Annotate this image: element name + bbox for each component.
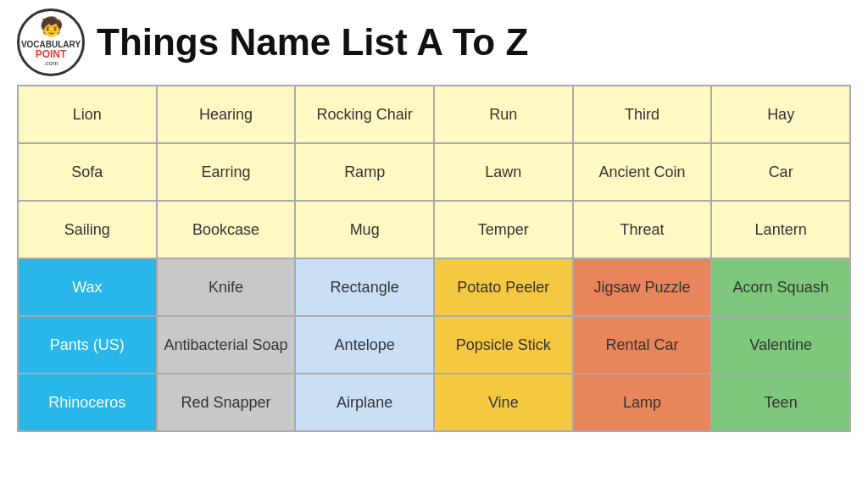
table-row: RhinocerosRed SnapperAirplaneVineLampTee… (18, 374, 850, 431)
table-cell: Lantern (711, 201, 850, 258)
logo-point: POINT (36, 49, 67, 60)
table-cell: Earring (157, 143, 296, 201)
table-cell: Wax (18, 258, 157, 316)
table-cell: Popsicle Stick (434, 316, 573, 374)
table-cell: Third (573, 86, 712, 143)
table-cell: Rocking Chair (295, 86, 434, 143)
table-cell: Pants (US) (18, 316, 157, 374)
table-cell: Rectangle (295, 258, 434, 316)
table-cell: Acorn Squash (711, 258, 850, 316)
logo-vocab: VOCABULARY (21, 40, 81, 49)
logo: 🧒 VOCABULARY POINT .com (17, 8, 85, 76)
table-cell: Rental Car (573, 316, 712, 374)
table-cell: Jigsaw Puzzle (573, 258, 712, 316)
table-cell: Red Snapper (157, 374, 296, 431)
table-cell: Rhinoceros (18, 374, 157, 431)
table-cell: Run (434, 86, 573, 143)
table-cell: Temper (434, 201, 573, 258)
table-cell: Antelope (295, 316, 434, 374)
table-cell: Hay (711, 86, 850, 143)
table-row: LionHearingRocking ChairRunThirdHay (18, 86, 850, 143)
table-cell: Potato Peeler (434, 258, 573, 316)
vocabulary-table: LionHearingRocking ChairRunThirdHaySofaE… (17, 85, 851, 432)
page-header: 🧒 VOCABULARY POINT .com Things Name List… (17, 8, 528, 76)
table-cell: Sofa (18, 143, 157, 201)
table-cell: Knife (157, 258, 296, 316)
logo-com: .com (43, 60, 58, 68)
table-row: Pants (US)Antibacterial SoapAntelopePops… (18, 316, 850, 374)
table-cell: Ramp (295, 143, 434, 201)
table-cell: Antibacterial Soap (157, 316, 296, 374)
table-row: WaxKnifeRectanglePotato PeelerJigsaw Puz… (18, 258, 850, 316)
table-cell: Bookcase (157, 201, 296, 258)
table-cell: Car (711, 143, 850, 201)
table-cell: Ancient Coin (573, 143, 712, 201)
logo-figure: 🧒 (40, 17, 63, 37)
table-cell: Vine (434, 374, 573, 431)
table-cell: Mug (295, 201, 434, 258)
table-cell: Lamp (573, 374, 712, 431)
table-cell: Hearing (157, 86, 296, 143)
page-title: Things Name List A To Z (97, 21, 528, 64)
table-cell: Sailing (18, 201, 157, 258)
table-cell: Teen (711, 374, 850, 431)
table-cell: Threat (573, 201, 712, 258)
table-row: SailingBookcaseMugTemperThreatLantern (18, 201, 850, 258)
table-cell: Lion (18, 86, 157, 143)
table-row: SofaEarringRampLawnAncient CoinCar (18, 143, 850, 201)
table-cell: Valentine (711, 316, 850, 374)
table-cell: Airplane (295, 374, 434, 431)
table-cell: Lawn (434, 143, 573, 201)
